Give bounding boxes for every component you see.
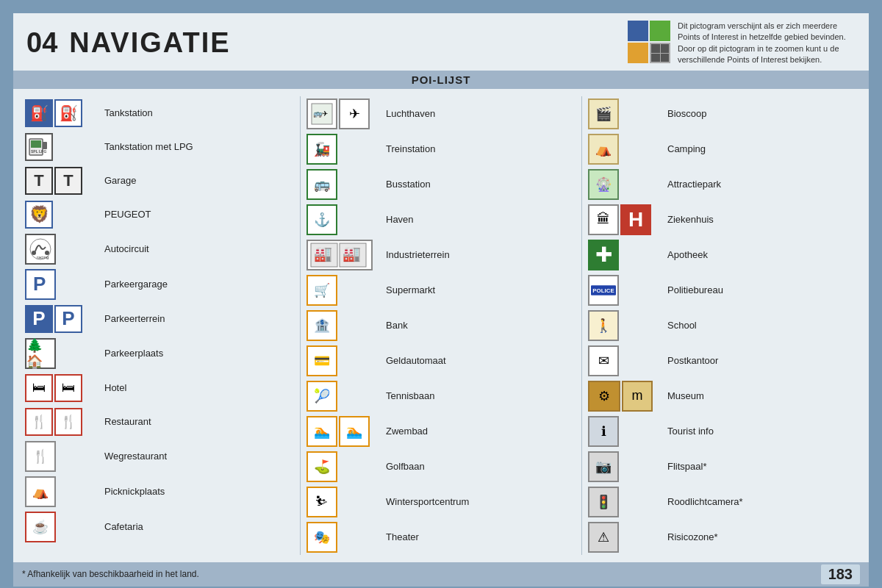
poi-label: Tankstation	[98, 107, 153, 118]
poi-label: PEUGEOT	[98, 209, 151, 220]
subtitle-bar: POI-LIJST	[13, 71, 869, 89]
legend-blue	[628, 21, 648, 41]
poi-icons: ⛺	[25, 476, 98, 507]
poi-label: Parkeergarage	[98, 279, 168, 290]
poi-icons: racing	[25, 234, 98, 265]
poi-icons: ⚙ m	[588, 381, 662, 412]
bioscoop-icon: 🎬	[588, 98, 619, 129]
list-item: ✉ Postkantoor	[588, 343, 857, 379]
poi-label: Bioscoop	[662, 108, 706, 119]
poi-icons: 🦁	[25, 201, 98, 229]
restaurant-icon-2: 🍴	[54, 408, 82, 436]
poi-label: Museum	[662, 390, 704, 401]
poi-label: Haven	[380, 214, 414, 225]
restaurant-icon-1: 🍴	[25, 408, 53, 436]
poi-label: Zwembad	[380, 426, 428, 437]
chapter-number: 04	[26, 27, 57, 59]
list-item: ☕ Cafetaria	[25, 509, 294, 545]
list-item: 🌲🏠 Parkeerplaats	[25, 336, 294, 371]
poi-icons: 🛏 🛏	[25, 374, 98, 402]
svg-text:🏭: 🏭	[343, 245, 361, 262]
politie-icon: POLICE	[588, 275, 619, 306]
list-item: 🏦 Bank	[306, 308, 576, 343]
poi-icons: 📷	[588, 451, 662, 482]
poi-icons: ⛺	[588, 134, 662, 165]
svg-text:🏭: 🏭	[314, 245, 332, 262]
poi-label: Tankstation met LPG	[98, 141, 193, 152]
poi-label: Cafetaria	[98, 521, 143, 532]
flitspaal-icon: 📷	[588, 451, 619, 482]
svg-text:✈: ✈	[322, 110, 328, 118]
chapter-title: NAVIGATIE	[69, 27, 230, 59]
bank-icon: 🏦	[306, 310, 337, 341]
ziekenhuis-icon-2: H	[620, 204, 651, 235]
list-item: SPL LPG Tankstation met LPG	[25, 130, 294, 164]
luchthaven-icon-2: ✈	[339, 98, 370, 129]
legend-green	[650, 21, 670, 41]
poi-icons: POLICE	[588, 275, 662, 306]
poi-icons: ⚓	[306, 204, 380, 235]
tennisbaan-icon: 🎾	[306, 381, 337, 412]
poi-label: Industrieterrein	[380, 249, 450, 260]
poi-label: Parkeerplaats	[98, 348, 163, 359]
svg-text:POLICE: POLICE	[592, 287, 614, 294]
list-item: 🏭 🏭 Industrieterrein	[306, 237, 576, 273]
list-item: ℹ Tourist info	[588, 414, 857, 449]
museum-icon-1: ⚙	[588, 381, 620, 412]
fuel-icon-2: ⛽	[54, 99, 82, 127]
poi-label: Wegrestaurant	[98, 451, 167, 462]
list-item: 📷 Flitspaal*	[588, 449, 857, 484]
zwembad-icon-1: 🏊	[306, 416, 337, 447]
poi-icons: 🚦	[588, 487, 662, 517]
legend-gray	[650, 43, 670, 63]
footer-bar: * Afhankelijk van beschikbaarheid in het…	[13, 562, 869, 587]
list-item: 🚌 ✈ ✈ Luchthaven	[306, 96, 576, 132]
list-item: 🍴 Wegrestaurant	[25, 439, 294, 474]
treinstation-icon: 🚂	[306, 134, 337, 165]
poi-icons: 🚌	[306, 169, 380, 200]
main-container: 04 NAVIGATIE Dit pictogram verschijnt al…	[13, 13, 869, 575]
poi-icons: ⛽ ⛽	[25, 99, 98, 127]
geldautomaat-icon: 💳	[306, 345, 337, 376]
legend-box: Dit pictogram verschijnt als er zich mee…	[628, 21, 856, 66]
poi-icons: 🎡	[588, 169, 662, 200]
poi-icons: 🏦	[306, 310, 380, 341]
list-item: P Parkeergarage	[25, 267, 294, 302]
list-item: 🚌 Busstation	[306, 167, 576, 202]
poi-icons: ☕	[25, 512, 98, 542]
list-item: ⛺ Camping	[588, 132, 857, 167]
svg-text:SPL LPG: SPL LPG	[31, 149, 46, 154]
legend-orange	[628, 43, 648, 63]
poi-label: Apotheek	[662, 249, 708, 260]
poi-icons: 🎭	[306, 522, 380, 553]
poi-label: Bank	[380, 320, 408, 331]
title-block: 04 NAVIGATIE	[26, 27, 231, 59]
poi-icons: 🌲🏠	[25, 338, 98, 369]
poi-label: Restaurant	[98, 416, 151, 427]
subtitle-text: POI-LIJST	[412, 74, 471, 86]
apotheek-icon: ✚	[588, 240, 619, 270]
ziekenhuis-icon-1: 🏛	[588, 204, 619, 235]
poi-label: Wintersportcentrum	[380, 496, 469, 507]
poi-icons: 🚂	[306, 134, 380, 165]
poi-label: Ziekenhuis	[662, 214, 714, 225]
poi-label: Supermarkt	[380, 284, 435, 295]
left-column: ⛽ ⛽ Tankstation SPL LPG	[19, 96, 301, 555]
poi-label: Camping	[662, 143, 706, 154]
legend-text: Dit pictogram verschijnt als er zich mee…	[678, 21, 856, 66]
luchthaven-icon-1: 🚌 ✈	[306, 98, 337, 129]
industrieterrein-icon: 🏭 🏭	[306, 240, 373, 270]
poi-label: Roodlichtcamera*	[662, 496, 743, 507]
footer-note: * Afhankelijk van beschikbaarheid in het…	[22, 569, 199, 579]
svg-text:racing: racing	[37, 255, 49, 259]
busstation-icon: 🚌	[306, 169, 337, 200]
autocircuit-icon: racing	[25, 234, 56, 265]
poi-label: Risicozone*	[662, 531, 718, 542]
list-item: 🚶 School	[588, 308, 857, 343]
poi-icons: ✚	[588, 240, 662, 270]
poi-label: Tennisbaan	[380, 390, 435, 401]
list-item: 🎬 Bioscoop	[588, 96, 857, 132]
poi-label: Treinstation	[380, 143, 435, 154]
poi-label: Picknickplaats	[98, 486, 165, 497]
theater-icon: 🎭	[306, 522, 337, 553]
